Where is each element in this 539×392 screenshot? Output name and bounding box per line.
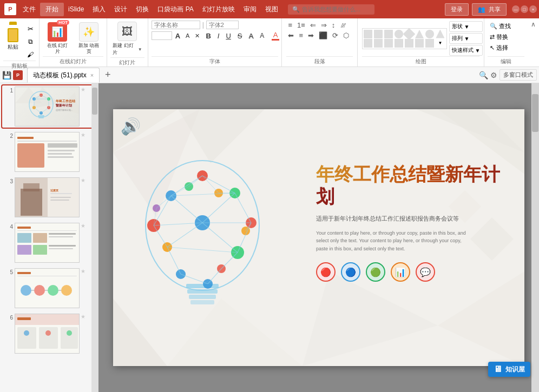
slide-item-4[interactable]: 4 ★	[2, 222, 96, 264]
replace-button[interactable]: ⇄ 替换	[488, 32, 524, 42]
font-size-down-button[interactable]: A	[183, 32, 192, 39]
shape-9[interactable]	[364, 39, 372, 48]
align-right-button[interactable]: ➡	[306, 31, 315, 40]
online-slides-button[interactable]: HOT 📊 在线 幻灯片	[43, 21, 72, 56]
shape-15[interactable]	[425, 39, 434, 48]
menu-home[interactable]: 开始	[40, 3, 64, 16]
svg-rect-64	[39, 327, 58, 349]
cut-button[interactable]: ✂	[24, 23, 37, 35]
shape-11[interactable]	[384, 39, 393, 48]
smart-art-button[interactable]: ⬡	[341, 31, 351, 40]
copy-button[interactable]: ⧉	[24, 36, 37, 48]
shape-4[interactable]	[395, 30, 403, 38]
svg-line-16	[34, 108, 41, 113]
list-bullet-button[interactable]: ≡	[286, 21, 294, 30]
svg-rect-19	[38, 117, 44, 118]
shape-button[interactable]: 形状▼	[449, 21, 483, 32]
indent-increase-button[interactable]: ⇒	[319, 21, 328, 30]
bold-button[interactable]: B	[203, 31, 213, 41]
slide-item-3[interactable]: 3 过渡页 ★	[2, 176, 96, 218]
scrollbar-thumb[interactable]	[92, 88, 97, 115]
arrange-button[interactable]: 排列▼	[449, 33, 483, 44]
shape-5[interactable]	[403, 28, 416, 40]
menu-animation[interactable]: 口袋动画 PA	[153, 3, 198, 16]
clear-format-button[interactable]: ✕	[193, 32, 202, 40]
shape-7[interactable]	[425, 30, 434, 38]
shadow-button[interactable]: A	[246, 31, 256, 41]
menu-transition[interactable]: 切换	[132, 3, 153, 16]
login-button[interactable]: 登录	[445, 3, 469, 16]
slide-canvas[interactable]: 🔊	[113, 109, 524, 366]
new-slide-dropdown[interactable]: ▼	[138, 47, 142, 52]
svg-text:年终工作总结: 年终工作总结	[55, 99, 76, 103]
search-tab-button[interactable]: 🔍	[479, 71, 488, 79]
italic-button[interactable]: I	[215, 31, 222, 41]
slide-thumb-4	[15, 223, 80, 263]
line-spacing-button[interactable]: ↕	[330, 21, 337, 30]
slide-item-6[interactable]: 6 ★	[2, 313, 96, 355]
font-name2-input[interactable]	[206, 21, 239, 29]
align-left-button[interactable]: ⬅	[286, 31, 295, 40]
add-tab-button[interactable]: +	[102, 69, 114, 81]
svg-line-116	[167, 223, 202, 247]
slide-panel-scrollbar[interactable]	[91, 83, 98, 392]
shape-2[interactable]	[374, 30, 383, 38]
menu-design[interactable]: 设计	[110, 3, 132, 16]
add-animation-button[interactable]: ✨ 新加 动画页	[74, 21, 103, 56]
menu-insert[interactable]: 插入	[88, 3, 110, 16]
text-direction-button[interactable]: ⟳	[331, 31, 340, 40]
find-icon: 🔍	[490, 23, 497, 30]
slide-item-5[interactable]: 5 ★	[2, 267, 96, 309]
slide-item-2[interactable]: 2 ★	[2, 131, 96, 173]
svg-rect-43	[33, 233, 47, 243]
maximize-button[interactable]: □	[521, 5, 528, 13]
search-bar[interactable]: 🔍	[288, 4, 374, 15]
underline-button[interactable]: U	[223, 31, 233, 41]
shape-12[interactable]	[395, 39, 403, 48]
window-view-button[interactable]: 多窗口模式	[499, 69, 537, 81]
search-input[interactable]	[302, 6, 367, 12]
quick-style-button[interactable]: 快速样式▼	[449, 45, 483, 56]
shape-3[interactable]	[384, 30, 393, 38]
file-tab[interactable]: 动态模板 (51).pptx ×	[27, 68, 100, 83]
close-button[interactable]: ×	[529, 5, 537, 13]
shapes-more-button[interactable]: ▼	[436, 39, 444, 48]
format-painter-button[interactable]: 🖌	[24, 49, 37, 61]
canvas-scrollbar-v[interactable]	[531, 83, 539, 392]
slide-item-1[interactable]: 1	[2, 85, 96, 128]
save-icon[interactable]: 💾	[2, 71, 11, 79]
minimize-button[interactable]: —	[512, 5, 520, 13]
columns-button[interactable]: ⫻	[338, 21, 349, 30]
share-button[interactable]: 👥 共享	[472, 3, 507, 16]
shape-6[interactable]	[415, 30, 424, 38]
font-size-input[interactable]: 32	[152, 31, 172, 40]
paste-button[interactable]: 粘贴	[3, 21, 23, 52]
settings-tab-button[interactable]: ⚙	[490, 71, 497, 79]
ribbon-collapse-button[interactable]: ∧	[528, 18, 539, 30]
menu-file[interactable]: 文件	[18, 3, 40, 16]
shape-10[interactable]	[374, 39, 383, 48]
find-button[interactable]: 🔍 查找	[488, 22, 524, 31]
font-size-up-button[interactable]: A	[173, 31, 182, 41]
canvas-scrollbar-thumb[interactable]	[532, 94, 538, 132]
main-area: 1	[0, 83, 539, 392]
strikethrough-button[interactable]: S	[235, 31, 245, 41]
justify-button[interactable]: ⬛	[317, 31, 329, 40]
align-center-button[interactable]: ≡	[297, 31, 305, 40]
shape-14[interactable]	[415, 39, 424, 48]
menu-view[interactable]: 视图	[261, 3, 282, 16]
shape-8[interactable]	[436, 30, 444, 38]
list-number-button[interactable]: 1≡	[295, 21, 307, 30]
select-button[interactable]: ↖ 选择	[488, 43, 524, 52]
menu-slideshow[interactable]: 幻灯片放映	[198, 3, 239, 16]
file-tab-close[interactable]: ×	[90, 72, 94, 78]
menu-islide[interactable]: iSlide	[64, 3, 88, 15]
menu-review[interactable]: 审阅	[239, 3, 261, 16]
shape-1[interactable]	[364, 30, 372, 38]
font-spacing-button[interactable]: A	[257, 31, 268, 40]
svg-rect-85	[190, 300, 214, 304]
indent-decrease-button[interactable]: ⇐	[308, 21, 318, 30]
new-slide-button[interactable]: 🖼 新建 幻灯片 ▼	[110, 21, 144, 57]
font-color-button[interactable]: A	[269, 30, 282, 41]
font-name-input[interactable]	[152, 21, 200, 29]
